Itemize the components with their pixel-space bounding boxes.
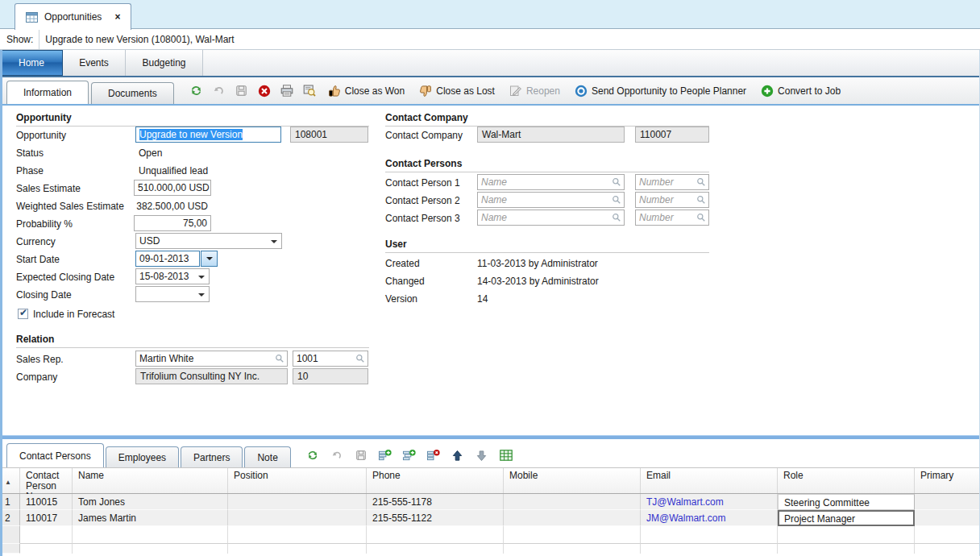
convert-to-job-button[interactable]: Convert to Job bbox=[754, 81, 847, 101]
insert-row-button[interactable] bbox=[399, 446, 420, 465]
table-row[interactable]: 2 110017 James Martin 215-555-1122 JM@Wa… bbox=[0, 510, 980, 526]
view-tab-documents[interactable]: Documents bbox=[91, 82, 174, 104]
currency-select[interactable]: USD bbox=[135, 233, 282, 249]
column-header-role[interactable]: Role bbox=[778, 468, 915, 493]
cell-phone[interactable]: 215-555-1122 bbox=[367, 510, 504, 526]
cell-email[interactable] bbox=[641, 526, 778, 544]
cell bbox=[915, 544, 980, 554]
sales-rep-number-input[interactable]: 1001 bbox=[293, 351, 368, 367]
expected-closing-date-input[interactable]: 15-08-2013 bbox=[135, 268, 210, 284]
column-header-name[interactable]: Name bbox=[73, 468, 228, 493]
cell-role[interactable]: Steering Committee bbox=[778, 494, 915, 510]
cell-name[interactable]: James Martin bbox=[73, 510, 228, 526]
grid-undo-button[interactable] bbox=[326, 446, 347, 465]
cell-mobile[interactable] bbox=[504, 494, 641, 510]
start-date-input[interactable]: 09-01-2013 bbox=[135, 251, 200, 267]
cell-primary[interactable] bbox=[915, 510, 980, 526]
contact-person-2-name-input[interactable] bbox=[477, 192, 625, 208]
cell-mobile[interactable] bbox=[504, 510, 641, 526]
add-row-button[interactable] bbox=[375, 446, 396, 465]
contact-person-3-number-input[interactable] bbox=[635, 210, 709, 226]
delete-record-button[interactable] bbox=[254, 81, 275, 101]
cell-mobile[interactable] bbox=[504, 526, 641, 544]
start-date-dropdown-button[interactable] bbox=[201, 251, 218, 267]
contact-person-2-number-field[interactable] bbox=[639, 194, 696, 205]
contact-person-1-name-input[interactable] bbox=[477, 174, 625, 190]
close-as-won-button[interactable]: Close as Won bbox=[322, 81, 411, 101]
contact-person-3-name-field[interactable] bbox=[481, 212, 612, 223]
column-header-primary[interactable]: Primary bbox=[915, 468, 980, 493]
cell-contact-person-no[interactable] bbox=[20, 526, 73, 544]
bottom-tab-employees[interactable]: Employees bbox=[106, 446, 179, 467]
column-header-position[interactable]: Position bbox=[228, 468, 367, 493]
bottom-tab-contact-persons[interactable]: Contact Persons bbox=[6, 443, 104, 467]
ribbon-tab-budgeting[interactable]: Budgeting bbox=[126, 50, 203, 76]
cell-name[interactable] bbox=[73, 526, 228, 544]
cell-role-focused[interactable]: Project Manager bbox=[778, 510, 915, 526]
ribbon-tab-events[interactable]: Events bbox=[63, 50, 126, 76]
table-view-button[interactable] bbox=[496, 446, 517, 465]
cell-primary[interactable] bbox=[915, 526, 980, 544]
ribbon-tab-home[interactable]: Home bbox=[0, 50, 63, 76]
company-name-field: Trifolium Consulting NY Inc. bbox=[135, 368, 288, 384]
close-icon[interactable]: × bbox=[114, 11, 120, 23]
close-as-lost-button[interactable]: Close as Lost bbox=[413, 81, 501, 101]
cell bbox=[73, 544, 228, 554]
cell-position[interactable] bbox=[228, 526, 367, 544]
move-row-down-button[interactable] bbox=[471, 446, 492, 465]
cell-position[interactable] bbox=[228, 494, 367, 510]
opportunity-number-field: 108001 bbox=[290, 127, 368, 143]
contact-person-1-name-field[interactable] bbox=[481, 176, 612, 188]
opportunity-input[interactable]: Upgrade to new Version bbox=[135, 127, 281, 143]
cell-phone[interactable]: 215-555-1178 bbox=[367, 494, 504, 510]
contact-person-1-number-field[interactable] bbox=[639, 176, 696, 188]
print-button[interactable] bbox=[276, 81, 297, 101]
contact-person-3-name-input[interactable] bbox=[477, 210, 625, 226]
column-header-contact-person-no[interactable]: Contact Person No. bbox=[20, 468, 73, 493]
cell-contact-person-no[interactable]: 110015 bbox=[20, 494, 73, 510]
send-to-people-planner-button[interactable]: Send Opportunity to People Planner bbox=[568, 81, 753, 101]
cell-email-link[interactable]: JM@Walmart.com bbox=[641, 510, 778, 526]
search-icon bbox=[696, 195, 706, 205]
table-row-empty[interactable] bbox=[0, 526, 980, 544]
currency-label: Currency bbox=[16, 234, 56, 250]
contact-person-2-name-field[interactable] bbox=[481, 194, 612, 205]
contact-person-3-number-field[interactable] bbox=[639, 212, 696, 223]
bottom-tab-partners[interactable]: Partners bbox=[181, 446, 243, 467]
refresh-button[interactable] bbox=[186, 81, 207, 101]
delete-row-button[interactable] bbox=[423, 446, 444, 465]
grid-refresh-button[interactable] bbox=[302, 446, 323, 465]
undo-button[interactable] bbox=[209, 81, 230, 101]
print-preview-button[interactable] bbox=[299, 81, 320, 101]
cell-primary[interactable] bbox=[915, 494, 980, 510]
cell-phone[interactable] bbox=[367, 526, 504, 544]
cell-email-link[interactable]: TJ@Walmart.com bbox=[641, 494, 778, 510]
thumbs-down-icon bbox=[419, 85, 432, 98]
cell-position[interactable] bbox=[228, 510, 367, 526]
cell-role[interactable] bbox=[778, 526, 915, 544]
column-header-mobile[interactable]: Mobile bbox=[504, 468, 641, 493]
show-selector[interactable]: Upgrade to new Version (108001), Wal-Mar… bbox=[39, 30, 980, 49]
table-row[interactable]: 1 110015 Tom Jones 215-555-1178 TJ@Walma… bbox=[0, 494, 980, 510]
show-label: Show: bbox=[0, 34, 39, 45]
save-button[interactable] bbox=[231, 81, 252, 101]
grid-save-button[interactable] bbox=[351, 446, 372, 465]
column-header-phone[interactable]: Phone bbox=[367, 468, 504, 493]
column-header-email[interactable]: Email bbox=[641, 468, 778, 493]
include-in-forecast-checkbox[interactable] bbox=[18, 309, 28, 319]
move-row-up-button[interactable] bbox=[447, 446, 468, 465]
view-tab-information[interactable]: Information bbox=[6, 81, 89, 104]
probability-input[interactable]: 75,00 bbox=[134, 215, 211, 231]
reopen-button[interactable]: Reopen bbox=[503, 81, 567, 101]
contact-person-2-number-input[interactable] bbox=[635, 192, 709, 208]
document-tab-opportunities[interactable]: Opportunities × bbox=[15, 3, 131, 30]
bottom-tab-note[interactable]: Note bbox=[244, 446, 290, 467]
closing-date-input[interactable] bbox=[135, 286, 210, 302]
cell-name[interactable]: Tom Jones bbox=[73, 494, 228, 510]
contact-person-1-number-input[interactable] bbox=[635, 174, 709, 190]
sales-rep-name-input[interactable]: Martin White bbox=[135, 351, 288, 367]
cell-contact-person-no[interactable]: 110017 bbox=[20, 510, 73, 526]
sort-ascending-icon[interactable] bbox=[0, 468, 20, 493]
insert-row-icon bbox=[402, 449, 416, 462]
sales-estimate-input[interactable]: 510.000,00 USD bbox=[134, 180, 211, 196]
